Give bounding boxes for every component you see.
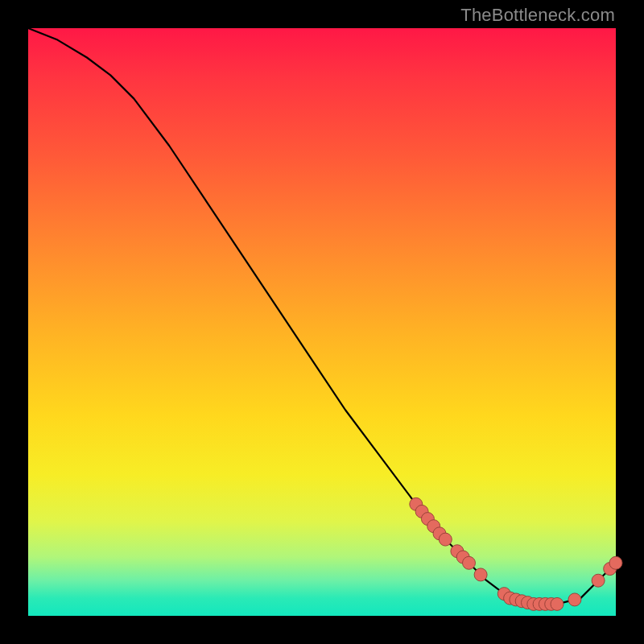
plot-area bbox=[28, 28, 616, 616]
data-marker bbox=[568, 593, 581, 606]
watermark-text: TheBottleneck.com bbox=[460, 5, 615, 26]
data-marker bbox=[439, 533, 452, 546]
bottleneck-curve bbox=[28, 28, 616, 604]
data-marker bbox=[474, 568, 487, 581]
data-marker bbox=[463, 556, 476, 569]
data-marker bbox=[592, 574, 605, 587]
data-marker bbox=[551, 597, 564, 610]
chart-overlay bbox=[28, 28, 616, 616]
chart-stage: TheBottleneck.com bbox=[0, 0, 644, 644]
marker-group bbox=[410, 497, 622, 610]
data-marker bbox=[609, 556, 622, 569]
